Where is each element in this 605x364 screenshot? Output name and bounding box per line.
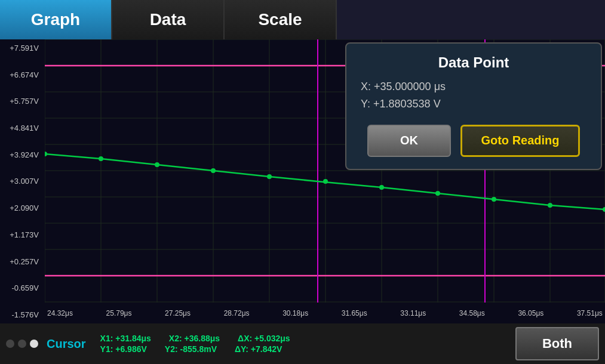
dot-2 [18, 340, 26, 348]
x-label-4: 30.18μs [282, 309, 308, 317]
both-button[interactable]: Both [515, 327, 599, 360]
y-label-5: +3.007V [2, 177, 42, 185]
x-label-8: 36.05μs [518, 309, 543, 317]
svg-point-26 [45, 152, 47, 156]
cursor-row-2: Y1: +6.986V Y2: -855.8mV ΔY: +7.842V [100, 344, 507, 354]
cursor-dots [6, 340, 38, 348]
svg-point-34 [492, 197, 496, 202]
popup-x-label: X: [361, 81, 371, 92]
y-label-6: +2.090V [2, 204, 42, 212]
x-label-7: 34.58μs [459, 309, 485, 317]
stat-dy: ΔY: +7.842V [235, 344, 282, 354]
popup-x-value: +35.000000 μs [374, 81, 446, 92]
x-label-0: 24.32μs [47, 309, 73, 317]
y-label-0: +7.591V [2, 44, 42, 52]
data-point-popup: Data Point X: +35.000000 μs Y: +1.880353… [345, 42, 602, 170]
graph-area: +7.591V +6.674V +5.757V +4.841V +3.924V … [0, 39, 605, 323]
popup-y-row: Y: +1.8803538 V [361, 95, 586, 113]
svg-point-33 [435, 191, 440, 196]
stat-x1: X1: +31.84μs [100, 334, 151, 343]
popup-coords: X: +35.000000 μs Y: +1.8803538 V [361, 78, 586, 113]
x-label-2: 27.25μs [165, 309, 191, 317]
y-label-1: +6.674V [2, 71, 42, 79]
x-label-6: 33.11μs [400, 309, 426, 317]
stat-x2: X2: +36.88μs [169, 334, 220, 343]
cursor-stats: X1: +31.84μs X2: +36.88μs ΔX: +5.032μs Y… [100, 334, 507, 354]
popup-buttons: OK Goto Reading [361, 125, 586, 157]
svg-point-32 [379, 185, 384, 190]
y-label-2: +5.757V [2, 97, 42, 105]
tab-scale[interactable]: Scale [225, 0, 337, 39]
tab-graph[interactable]: Graph [0, 0, 112, 39]
cursor-row-1: X1: +31.84μs X2: +36.88μs ΔX: +5.032μs [100, 334, 507, 343]
popup-x-row: X: +35.000000 μs [361, 78, 586, 95]
svg-point-29 [211, 168, 216, 173]
tab-data[interactable]: Data [112, 0, 225, 39]
goto-reading-button[interactable]: Goto Reading [460, 125, 580, 157]
y-label-7: +1.173V [2, 231, 42, 239]
popup-y-label: Y: [361, 98, 370, 110]
y-label-3: +4.841V [2, 124, 42, 132]
stat-y1: Y1: +6.986V [100, 344, 147, 354]
dot-3 [30, 340, 38, 348]
x-label-5: 31.65μs [342, 309, 367, 317]
y-label-10: -1.576V [2, 311, 42, 319]
bottom-bar: Cursor X1: +31.84μs X2: +36.88μs ΔX: +5.… [0, 323, 605, 364]
popup-title: Data Point [361, 54, 586, 71]
x-label-1: 25.79μs [106, 309, 132, 317]
svg-point-35 [548, 203, 552, 208]
x-axis: 24.32μs 25.79μs 27.25μs 28.72μs 30.18μs … [45, 303, 605, 323]
y-label-9: -0.659V [2, 284, 42, 292]
x-label-3: 28.72μs [224, 309, 250, 317]
y-label-4: +3.924V [2, 151, 42, 159]
popup-y-value: +1.8803538 V [373, 98, 441, 110]
svg-point-36 [603, 207, 605, 212]
stat-dx: ΔX: +5.032μs [238, 334, 290, 343]
y-label-8: +0.257V [2, 258, 42, 266]
ok-button[interactable]: OK [367, 125, 451, 157]
svg-point-27 [99, 156, 103, 161]
svg-point-30 [267, 174, 272, 179]
y-axis: +7.591V +6.674V +5.757V +4.841V +3.924V … [0, 39, 45, 323]
stat-y2: Y2: -855.8mV [165, 344, 217, 354]
svg-point-31 [323, 179, 328, 184]
tab-bar: Graph Data Scale [0, 0, 605, 39]
x-label-9: 37.51μs [577, 309, 603, 317]
cursor-label: Cursor [47, 337, 86, 351]
dot-1 [6, 340, 14, 348]
svg-point-28 [155, 162, 159, 167]
